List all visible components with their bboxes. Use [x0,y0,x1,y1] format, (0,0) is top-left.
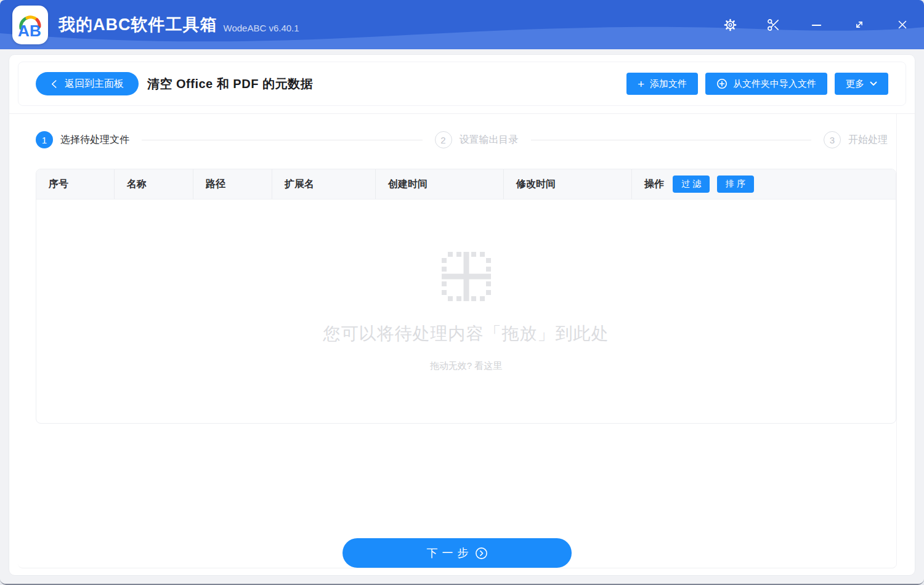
add-files-label: 添加文件 [650,78,687,90]
app-logo: A B [12,6,48,44]
plus-icon: + [638,78,644,90]
close-button[interactable] [881,0,924,49]
column-header-path: 路径 [193,169,272,199]
column-header-modified-time: 修改时间 [504,169,632,199]
titlebar-left: A B 我的ABC软件工具箱 WodeABC v6.40.1 [12,0,299,49]
filter-button[interactable]: 过滤 [673,176,710,193]
step-2-circle: 2 [435,131,452,148]
step-start-processing: 3 开始处理 [824,131,888,148]
step-3-circle: 3 [824,131,841,148]
drop-target-icon [442,252,491,301]
circle-plus-icon [716,78,727,89]
step-connector [142,140,423,140]
step-3-label: 开始处理 [848,134,888,147]
column-header-operations: 操作 过滤 排序 [632,169,896,199]
chevron-down-icon [870,81,877,86]
step-connector [531,140,812,140]
minimize-button[interactable] [795,0,838,49]
drop-zone[interactable]: 您可以将待处理内容「拖放」到此处 拖动无效? 看这里 [36,200,896,423]
page-title: 清空 Office 和 PDF 的元数据 [147,76,313,92]
back-to-dashboard-button[interactable]: 返回到主面板 [36,72,139,95]
close-icon [896,18,909,31]
import-from-folder-button[interactable]: 从文件夹中导入文件 [705,73,827,95]
titlebar-controls [708,0,924,49]
sort-button[interactable]: 排序 [717,176,754,193]
drag-help-link[interactable]: 拖动无效? 看这里 [430,360,503,372]
settings-button[interactable] [708,0,752,49]
file-table: 序号 名称 路径 扩展名 创建时间 修改时间 操作 过滤 排序 [36,169,896,424]
titlebar: A B 我的ABC软件工具箱 WodeABC v6.40.1 [0,0,924,49]
page-header: 返回到主面板 清空 Office 和 PDF 的元数据 + 添加文件 从文件夹中… [18,62,906,106]
table-header-row: 序号 名称 路径 扩展名 创建时间 修改时间 操作 过滤 排序 [36,169,896,200]
minimize-icon [809,18,824,32]
step-select-files: 1 选择待处理文件 [36,131,129,148]
next-step-button[interactable]: 下一步 [342,538,572,568]
operations-label: 操作 [644,178,664,191]
scissors-icon [766,18,780,32]
chevron-left-icon [51,79,57,89]
circle-arrow-right-icon [475,547,488,560]
next-step-label: 下一步 [427,546,473,560]
content-background: 返回到主面板 清空 Office 和 PDF 的元数据 + 添加文件 从文件夹中… [0,49,924,584]
step-1-circle: 1 [36,131,53,148]
resize-icon [853,18,866,31]
gear-icon [723,18,737,32]
app-logo-icon: A B [17,10,44,39]
drop-zone-hint: 您可以将待处理内容「拖放」到此处 [323,322,609,345]
step-output-directory: 2 设置输出目录 [435,131,519,148]
column-header-name: 名称 [115,169,193,199]
add-files-button[interactable]: + 添加文件 [626,73,698,95]
logo-letter-a: A [18,22,30,39]
back-button-label: 返回到主面板 [65,78,124,91]
column-header-created-time: 创建时间 [376,169,504,199]
logo-letter-b: B [30,22,41,39]
content-region: 1 选择待处理文件 2 设置输出目录 3 开始处理 [18,114,897,568]
app-title: 我的ABC软件工具箱 [59,14,217,36]
app-version: WodeABC v6.40.1 [224,23,299,33]
step-indicator: 1 选择待处理文件 2 设置输出目录 3 开始处理 [36,131,888,148]
app-window: A B 我的ABC软件工具箱 WodeABC v6.40.1 [0,0,924,585]
column-header-extension: 扩展名 [272,169,376,199]
step-2-label: 设置输出目录 [460,134,519,147]
column-header-index: 序号 [36,169,115,199]
main-card: 返回到主面板 清空 Office 和 PDF 的元数据 + 添加文件 从文件夹中… [9,54,915,576]
resize-button[interactable] [838,0,881,49]
step-1-label: 选择待处理文件 [60,134,129,147]
more-label: 更多 [846,78,864,90]
import-from-folder-label: 从文件夹中导入文件 [733,78,816,90]
screenshot-button[interactable] [752,0,795,49]
more-button[interactable]: 更多 [835,73,888,95]
